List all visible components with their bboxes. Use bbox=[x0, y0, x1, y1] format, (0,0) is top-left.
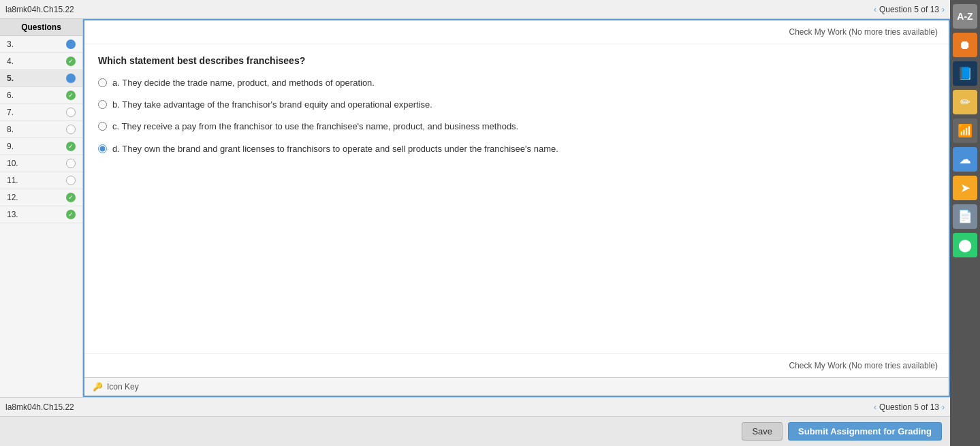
option-label-c: c. They receive a pay from the franchiso… bbox=[112, 121, 518, 133]
footer-question-nav: ‹ Question 5 of 13 › bbox=[874, 402, 945, 412]
submit-button[interactable]: Submit Assignment for Grading bbox=[788, 422, 942, 441]
sidebar-item-4[interactable]: 4.✓ bbox=[0, 53, 82, 70]
radio-b[interactable] bbox=[98, 100, 107, 109]
arrow-icon[interactable]: ➤ bbox=[953, 176, 977, 200]
sidebar-item-label: 10. bbox=[7, 159, 18, 168]
answer-option-b[interactable]: b. They take advantage of the franchisor… bbox=[98, 99, 935, 111]
check-my-work-top: Check My Work (No more tries available) bbox=[84, 20, 949, 44]
sidebar-item-13[interactable]: 13.✓ bbox=[0, 206, 82, 223]
footer-prev-arrow[interactable]: ‹ bbox=[874, 402, 876, 412]
right-sidebar: A-Z⏺📘✏📶☁➤📄⬤ bbox=[950, 0, 980, 446]
check-my-work-bottom: Check My Work (No more tries available) bbox=[84, 353, 949, 377]
icon-key-label: Icon Key bbox=[107, 382, 139, 392]
question-nav-text: Question 5 of 13 bbox=[879, 5, 939, 14]
question-panel: Check My Work (No more tries available) … bbox=[83, 19, 950, 397]
answer-option-c[interactable]: c. They receive a pay from the franchiso… bbox=[98, 121, 935, 133]
icon-key-bar: 🔑 Icon Key bbox=[84, 377, 949, 396]
prev-arrow[interactable]: ‹ bbox=[874, 5, 876, 14]
status-icon bbox=[66, 159, 76, 168]
action-bar: Save Submit Assignment for Grading bbox=[0, 416, 950, 446]
status-icon: ✓ bbox=[66, 142, 76, 151]
wifi-icon[interactable]: 📶 bbox=[953, 118, 977, 143]
footer-question-nav-text: Question 5 of 13 bbox=[879, 402, 939, 412]
sidebar-header: Questions bbox=[0, 19, 82, 36]
main-area: la8mk04h.Ch15.22 ‹ Question 5 of 13 › Qu… bbox=[0, 0, 950, 446]
header-question-nav: ‹ Question 5 of 13 › bbox=[874, 5, 945, 14]
document-icon[interactable]: 📄 bbox=[953, 204, 977, 229]
answer-option-a[interactable]: a. They decide the trade name, product, … bbox=[98, 77, 935, 89]
sidebar: Questions 3.4.✓5.6.✓7.8.9.✓10.11.12.✓13.… bbox=[0, 19, 83, 397]
sidebar-item-12[interactable]: 12.✓ bbox=[0, 189, 82, 206]
sidebar-item-label: 3. bbox=[7, 39, 14, 49]
sidebar-item-6[interactable]: 6.✓ bbox=[0, 87, 82, 104]
content-wrapper: Questions 3.4.✓5.6.✓7.8.9.✓10.11.12.✓13.… bbox=[0, 19, 950, 397]
status-icon: ✓ bbox=[66, 91, 76, 100]
header-assignment-id: la8mk04h.Ch15.22 bbox=[5, 5, 874, 14]
option-label-d: d. They own the brand and grant licenses… bbox=[112, 143, 558, 155]
sidebar-item-label: 12. bbox=[7, 193, 18, 202]
book-icon[interactable]: 📘 bbox=[953, 61, 977, 86]
status-icon bbox=[66, 39, 76, 49]
sidebar-item-9[interactable]: 9.✓ bbox=[0, 138, 82, 155]
footer-assignment-id: la8mk04h.Ch15.22 bbox=[5, 402, 874, 412]
status-icon: ✓ bbox=[66, 193, 76, 202]
pencil-icon[interactable]: ✏ bbox=[953, 90, 977, 114]
question-text: Which statement best describes franchise… bbox=[98, 55, 935, 66]
sidebar-item-label: 7. bbox=[7, 108, 14, 117]
key-icon: 🔑 bbox=[93, 382, 103, 392]
save-button[interactable]: Save bbox=[742, 422, 783, 441]
option-label-a: a. They decide the trade name, product, … bbox=[112, 77, 375, 89]
sidebar-item-5[interactable]: 5. bbox=[0, 70, 82, 87]
circle-icon[interactable]: ⬤ bbox=[953, 233, 977, 257]
next-arrow[interactable]: › bbox=[942, 5, 945, 14]
sidebar-item-label: 8. bbox=[7, 125, 14, 134]
footer-next-arrow[interactable]: › bbox=[942, 402, 945, 412]
question-body: Which statement best describes franchise… bbox=[84, 44, 949, 353]
az-icon[interactable]: A-Z bbox=[953, 4, 977, 29]
sidebar-item-label: 11. bbox=[7, 176, 18, 185]
radio-d[interactable] bbox=[98, 144, 107, 153]
sidebar-item-11[interactable]: 11. bbox=[0, 172, 82, 189]
header-bar: la8mk04h.Ch15.22 ‹ Question 5 of 13 › bbox=[0, 0, 950, 19]
sidebar-item-10[interactable]: 10. bbox=[0, 155, 82, 172]
status-icon: ✓ bbox=[66, 57, 76, 66]
sidebar-item-label: 5. bbox=[7, 74, 14, 83]
status-icon bbox=[66, 108, 76, 117]
sidebar-item-label: 6. bbox=[7, 91, 14, 100]
radio-a[interactable] bbox=[98, 78, 107, 87]
sidebar-item-label: 4. bbox=[7, 57, 14, 66]
option-label-b: b. They take advantage of the franchisor… bbox=[112, 99, 432, 111]
record-icon[interactable]: ⏺ bbox=[953, 33, 977, 57]
status-icon bbox=[66, 74, 76, 83]
cloud-icon[interactable]: ☁ bbox=[953, 147, 977, 172]
sidebar-item-label: 9. bbox=[7, 142, 14, 151]
sidebar-item-7[interactable]: 7. bbox=[0, 104, 82, 121]
status-icon: ✓ bbox=[66, 210, 76, 219]
sidebar-item-8[interactable]: 8. bbox=[0, 121, 82, 138]
answer-option-d[interactable]: d. They own the brand and grant licenses… bbox=[98, 143, 935, 155]
status-icon bbox=[66, 176, 76, 185]
footer-bar: la8mk04h.Ch15.22 ‹ Question 5 of 13 › bbox=[0, 397, 950, 416]
sidebar-item-label: 13. bbox=[7, 210, 18, 219]
radio-c[interactable] bbox=[98, 122, 107, 131]
sidebar-item-3[interactable]: 3. bbox=[0, 36, 82, 53]
status-icon bbox=[66, 125, 76, 134]
